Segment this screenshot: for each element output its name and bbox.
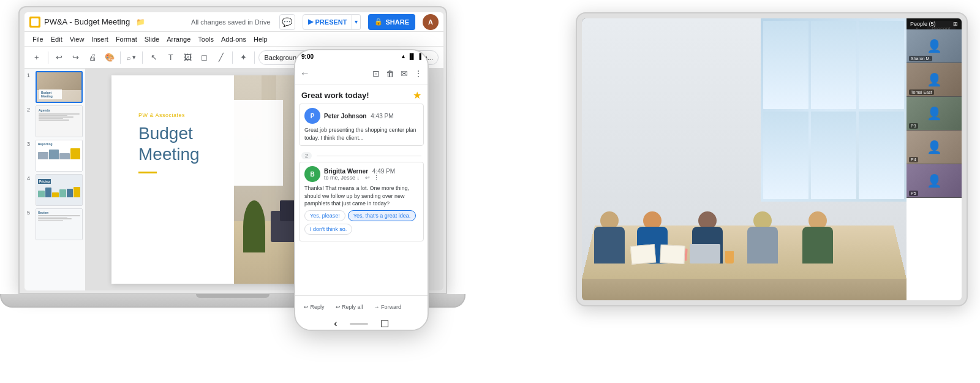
divider-count: 2 [301, 152, 312, 159]
gmail-footer: ↩ Reply ↩ Reply all → Forward [295, 295, 428, 317]
status-time: 9:00 [301, 53, 314, 60]
menu-tools[interactable]: Tools [195, 32, 217, 47]
menu-help[interactable]: Help [251, 32, 271, 47]
line-btn[interactable]: ╱ [214, 50, 228, 65]
share-button[interactable]: 🔒 SHARE [368, 14, 415, 30]
menu-addons[interactable]: Add-ons [218, 32, 249, 47]
menu-insert[interactable]: Insert [88, 32, 111, 47]
nav-back[interactable]: ‹ [334, 318, 337, 329]
slide-1-title: BudgetMeeting [41, 91, 60, 98]
forward-label: → Forward [374, 304, 402, 310]
slides-titlebar: PW&A - Budget Meeting 📁 All changes save… [24, 12, 443, 32]
participant-thumb-1[interactable]: 👤 Sharon M. [907, 29, 962, 63]
laptop-on-table [690, 244, 720, 264]
msg-1-header: P Peter Johnson 4:43 PM [304, 108, 418, 124]
undo-btn[interactable]: ↩ [51, 50, 66, 65]
participant-thumb-3[interactable]: 👤 P3 [907, 97, 962, 131]
delete-icon[interactable]: 🗑 [386, 69, 394, 78]
text-btn[interactable]: T [164, 50, 178, 65]
slide-thumb-4[interactable]: 4 Pricing [27, 174, 83, 206]
reply-button[interactable]: ↩ Reply [300, 302, 328, 312]
expand-icon[interactable]: ⊞ [953, 21, 958, 27]
people-count: People (5) [910, 21, 936, 27]
slide-preview-3[interactable]: Reporting [36, 140, 83, 172]
more-vert-icon[interactable]: ⋮ [414, 69, 423, 78]
line [39, 115, 67, 116]
participant-thumb-2[interactable]: 👤 Tomal East [907, 63, 962, 97]
bar-1 [38, 191, 45, 197]
slides-icon-inner [31, 18, 39, 26]
nav-home[interactable] [350, 323, 368, 325]
slide-title-line2: Meeting [138, 145, 200, 164]
slide-preview-4[interactable]: Pricing [36, 174, 83, 206]
print-btn[interactable]: 🖨 [85, 50, 100, 65]
smart-reply-2[interactable]: Yes, that's a great idea. [348, 210, 416, 221]
slide-5-content: Review [36, 209, 82, 240]
slide-thumb-3[interactable]: 3 Reporting [27, 140, 83, 172]
participant-thumb-4[interactable]: 👤 P4 [907, 131, 962, 164]
present-dropdown[interactable]: ▾ [352, 14, 361, 30]
paint-format-btn[interactable]: 🎨 [102, 50, 117, 65]
bar-4 [59, 189, 66, 197]
line [38, 215, 80, 216]
zoom-control[interactable]: ⌕ ▾ [124, 53, 138, 61]
comment-toolbar-btn[interactable]: ✦ [236, 50, 251, 65]
image-btn[interactable]: 🖼 [180, 50, 195, 65]
slide-thumb-5[interactable]: 5 Review [27, 208, 83, 240]
folder-icon[interactable]: 📁 [136, 18, 145, 26]
slide-title-line1: Budget [138, 124, 193, 143]
add-slide-btn[interactable]: + [29, 50, 44, 65]
participant-name-4: P4 [909, 157, 918, 162]
line [38, 218, 72, 219]
shapes-btn[interactable]: ◻ [197, 50, 212, 65]
bar-2 [49, 150, 59, 159]
reply-all-button[interactable]: ↩ Reply all [332, 302, 367, 312]
lock-icon: 🔒 [374, 18, 383, 26]
slide-preview-2[interactable]: Agenda [36, 105, 83, 137]
slide-5-title: Review [38, 211, 80, 214]
email-subject: Great work today! [301, 91, 369, 100]
slide-2-content: Agenda [36, 106, 82, 137]
forward-button[interactable]: → Forward [371, 302, 405, 312]
email-message-1: P Peter Johnson 4:43 PM Great job presen… [299, 104, 424, 146]
scene: PW&A - Budget Meeting 📁 All changes save… [0, 0, 980, 383]
archive-icon[interactable]: ⊡ [372, 69, 380, 78]
back-button[interactable]: ← [300, 68, 310, 79]
user-avatar[interactable]: A [423, 14, 439, 30]
slide-3-bars [38, 147, 80, 159]
present-button[interactable]: ▶ PRESENT [303, 14, 353, 30]
menu-format[interactable]: Format [113, 32, 140, 47]
slide-thumb-2[interactable]: 2 Agenda [27, 105, 83, 137]
meet-main: People (5) ⊞ 👤 Sharon M. 👤 Tomal East [582, 18, 962, 300]
sender-1-avatar: P [304, 108, 320, 124]
sender-1-name: Peter Johnson 4:43 PM [324, 113, 418, 119]
sender-2-info: Brigitta Werner 4:49 PM to me, Jesse ↓ ↩… [324, 168, 418, 181]
star-icon[interactable]: ★ [413, 89, 421, 101]
smart-reply-3[interactable]: I don't think so. [304, 224, 352, 235]
redo-btn[interactable]: ↪ [69, 50, 83, 65]
slide-4-title: Pricing [38, 179, 51, 184]
slide-5-body [38, 215, 80, 221]
participant-thumb-5[interactable]: 👤 P5 [907, 164, 962, 198]
slide-thumb-1[interactable]: 1 BudgetMeeting [27, 71, 83, 103]
slide-preview-5[interactable]: Review [36, 208, 83, 240]
menu-file[interactable]: File [29, 32, 47, 47]
smart-reply-1[interactable]: Yes, please! [304, 210, 345, 221]
slide-preview-1[interactable]: BudgetMeeting [36, 71, 83, 103]
comment-button[interactable]: 💬 [279, 14, 295, 30]
email-icon[interactable]: ✉ [401, 69, 408, 78]
menu-edit[interactable]: Edit [48, 32, 66, 47]
phone: 9:00 ▲ ▐▌ ▐ ← ⊡ 🗑 ✉ ⋮ Gr [294, 49, 429, 331]
nav-recents[interactable]: ☐ [380, 318, 389, 330]
tablet: People (5) ⊞ 👤 Sharon M. 👤 Tomal East [576, 12, 968, 306]
slide-num-3: 3 [27, 140, 33, 147]
more-icon[interactable]: ⋮ [374, 175, 379, 181]
menu-view[interactable]: View [67, 32, 88, 47]
zoom-value: ▾ [132, 53, 136, 61]
menu-slide[interactable]: Slide [141, 32, 162, 47]
cursor-btn[interactable]: ↖ [146, 50, 161, 65]
laptop-notch [196, 294, 270, 298]
bar-4 [70, 148, 81, 159]
menu-arrange[interactable]: Arrange [164, 32, 194, 47]
meeting-scene-bg [582, 18, 907, 300]
